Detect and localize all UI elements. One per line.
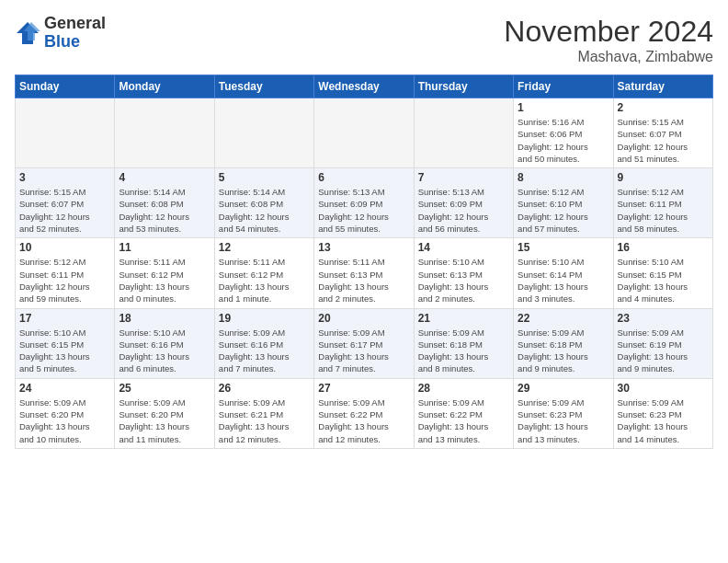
calendar-day-cell: 17Sunrise: 5:10 AMSunset: 6:15 PMDayligh…: [16, 308, 115, 378]
day-info: Sunrise: 5:10 AMSunset: 6:14 PMDaylight:…: [518, 256, 609, 304]
calendar-day-cell: 7Sunrise: 5:13 AMSunset: 6:09 PMDaylight…: [414, 168, 513, 238]
day-info: Sunrise: 5:11 AMSunset: 6:12 PMDaylight:…: [119, 256, 210, 304]
calendar-day-cell: [414, 98, 513, 168]
day-info: Sunrise: 5:09 AMSunset: 6:22 PMDaylight:…: [318, 396, 409, 445]
day-info: Sunrise: 5:11 AMSunset: 6:12 PMDaylight:…: [219, 256, 310, 304]
day-number: 30: [618, 382, 709, 395]
day-number: 19: [219, 312, 310, 325]
day-number: 4: [119, 171, 210, 184]
calendar-day-cell: 30Sunrise: 5:09 AMSunset: 6:23 PMDayligh…: [613, 378, 712, 448]
calendar-day-cell: 14Sunrise: 5:10 AMSunset: 6:13 PMDayligh…: [414, 238, 513, 308]
calendar-day-cell: 1Sunrise: 5:16 AMSunset: 6:06 PMDaylight…: [514, 98, 613, 168]
calendar-week-row: 3Sunrise: 5:15 AMSunset: 6:07 PMDaylight…: [16, 168, 713, 238]
calendar-day-cell: 16Sunrise: 5:10 AMSunset: 6:15 PMDayligh…: [613, 238, 712, 308]
calendar-day-cell: 23Sunrise: 5:09 AMSunset: 6:19 PMDayligh…: [613, 308, 712, 378]
calendar-day-cell: [214, 98, 313, 168]
day-info: Sunrise: 5:09 AMSunset: 6:23 PMDaylight:…: [518, 396, 609, 445]
calendar-day-cell: 11Sunrise: 5:11 AMSunset: 6:12 PMDayligh…: [115, 238, 214, 308]
day-number: 12: [219, 241, 310, 254]
location: Mashava, Zimbabwe: [504, 49, 713, 65]
day-number: 21: [418, 312, 509, 325]
calendar-day-cell: 13Sunrise: 5:11 AMSunset: 6:13 PMDayligh…: [314, 238, 414, 308]
day-info: Sunrise: 5:11 AMSunset: 6:13 PMDaylight:…: [318, 256, 409, 304]
day-info: Sunrise: 5:13 AMSunset: 6:09 PMDaylight:…: [418, 186, 509, 235]
logo-icon: [15, 20, 40, 46]
calendar-table: SundayMondayTuesdayWednesdayThursdayFrid…: [15, 75, 713, 449]
calendar-week-row: 1Sunrise: 5:16 AMSunset: 6:06 PMDaylight…: [16, 98, 713, 168]
day-info: Sunrise: 5:13 AMSunset: 6:09 PMDaylight:…: [318, 186, 409, 235]
day-info: Sunrise: 5:09 AMSunset: 6:23 PMDaylight:…: [618, 396, 709, 445]
title-block: November 2024 Mashava, Zimbabwe: [504, 15, 713, 65]
day-info: Sunrise: 5:10 AMSunset: 6:15 PMDaylight:…: [618, 256, 709, 304]
day-number: 1: [518, 101, 609, 114]
day-info: Sunrise: 5:15 AMSunset: 6:07 PMDaylight:…: [618, 116, 709, 165]
day-info: Sunrise: 5:09 AMSunset: 6:19 PMDaylight:…: [618, 327, 709, 375]
calendar-day-cell: 9Sunrise: 5:12 AMSunset: 6:11 PMDaylight…: [613, 168, 712, 238]
day-number: 10: [19, 241, 110, 254]
calendar-week-row: 10Sunrise: 5:12 AMSunset: 6:11 PMDayligh…: [16, 238, 713, 308]
day-info: Sunrise: 5:09 AMSunset: 6:18 PMDaylight:…: [518, 327, 609, 375]
calendar-day-cell: 27Sunrise: 5:09 AMSunset: 6:22 PMDayligh…: [314, 378, 414, 448]
day-number: 3: [19, 171, 110, 184]
month-year: November 2024: [504, 15, 713, 49]
calendar-day-cell: 2Sunrise: 5:15 AMSunset: 6:07 PMDaylight…: [613, 98, 712, 168]
calendar-day-cell: 29Sunrise: 5:09 AMSunset: 6:23 PMDayligh…: [514, 378, 613, 448]
day-number: 5: [219, 171, 310, 184]
calendar-day-cell: 20Sunrise: 5:09 AMSunset: 6:17 PMDayligh…: [314, 308, 414, 378]
day-number: 9: [618, 171, 709, 184]
calendar-week-row: 24Sunrise: 5:09 AMSunset: 6:20 PMDayligh…: [16, 378, 713, 448]
calendar-day-cell: 6Sunrise: 5:13 AMSunset: 6:09 PMDaylight…: [314, 168, 414, 238]
day-info: Sunrise: 5:10 AMSunset: 6:15 PMDaylight:…: [19, 327, 110, 375]
logo-text: General Blue: [44, 15, 106, 52]
day-info: Sunrise: 5:15 AMSunset: 6:07 PMDaylight:…: [19, 186, 110, 235]
day-info: Sunrise: 5:09 AMSunset: 6:17 PMDaylight:…: [318, 327, 409, 375]
day-info: Sunrise: 5:09 AMSunset: 6:18 PMDaylight:…: [418, 327, 509, 375]
calendar-day-cell: 26Sunrise: 5:09 AMSunset: 6:21 PMDayligh…: [214, 378, 313, 448]
day-info: Sunrise: 5:12 AMSunset: 6:10 PMDaylight:…: [518, 186, 609, 235]
day-number: 8: [518, 171, 609, 184]
day-info: Sunrise: 5:14 AMSunset: 6:08 PMDaylight:…: [119, 186, 210, 235]
day-number: 24: [19, 382, 110, 395]
logo-general: General: [44, 15, 106, 33]
day-number: 11: [119, 241, 210, 254]
day-number: 6: [318, 171, 409, 184]
calendar-day-cell: 28Sunrise: 5:09 AMSunset: 6:22 PMDayligh…: [414, 378, 513, 448]
day-number: 13: [318, 241, 409, 254]
day-number: 28: [418, 382, 509, 395]
calendar-day-cell: [115, 98, 214, 168]
calendar-body: 1Sunrise: 5:16 AMSunset: 6:06 PMDaylight…: [16, 98, 713, 449]
calendar-weekday-header: Thursday: [414, 75, 513, 98]
day-info: Sunrise: 5:09 AMSunset: 6:20 PMDaylight:…: [119, 396, 210, 445]
calendar-weekday-header: Saturday: [613, 75, 712, 98]
calendar-day-cell: 4Sunrise: 5:14 AMSunset: 6:08 PMDaylight…: [115, 168, 214, 238]
calendar-day-cell: 21Sunrise: 5:09 AMSunset: 6:18 PMDayligh…: [414, 308, 513, 378]
day-info: Sunrise: 5:09 AMSunset: 6:16 PMDaylight:…: [219, 327, 310, 375]
day-number: 27: [318, 382, 409, 395]
calendar-header-row: SundayMondayTuesdayWednesdayThursdayFrid…: [16, 75, 713, 98]
day-number: 18: [119, 312, 210, 325]
calendar-day-cell: 8Sunrise: 5:12 AMSunset: 6:10 PMDaylight…: [514, 168, 613, 238]
day-info: Sunrise: 5:12 AMSunset: 6:11 PMDaylight:…: [618, 186, 709, 235]
day-info: Sunrise: 5:12 AMSunset: 6:11 PMDaylight:…: [19, 256, 110, 304]
calendar-day-cell: 15Sunrise: 5:10 AMSunset: 6:14 PMDayligh…: [514, 238, 613, 308]
calendar-weekday-header: Friday: [514, 75, 613, 98]
day-number: 25: [119, 382, 210, 395]
calendar-week-row: 17Sunrise: 5:10 AMSunset: 6:15 PMDayligh…: [16, 308, 713, 378]
day-number: 7: [418, 171, 509, 184]
calendar-day-cell: 5Sunrise: 5:14 AMSunset: 6:08 PMDaylight…: [214, 168, 313, 238]
day-number: 29: [518, 382, 609, 395]
day-info: Sunrise: 5:14 AMSunset: 6:08 PMDaylight:…: [219, 186, 310, 235]
day-info: Sunrise: 5:10 AMSunset: 6:13 PMDaylight:…: [418, 256, 509, 304]
calendar-day-cell: 19Sunrise: 5:09 AMSunset: 6:16 PMDayligh…: [214, 308, 313, 378]
day-number: 23: [618, 312, 709, 325]
calendar-day-cell: [314, 98, 414, 168]
calendar-day-cell: 3Sunrise: 5:15 AMSunset: 6:07 PMDaylight…: [16, 168, 115, 238]
calendar-weekday-header: Monday: [115, 75, 214, 98]
calendar-weekday-header: Tuesday: [214, 75, 313, 98]
day-number: 20: [318, 312, 409, 325]
calendar-day-cell: 12Sunrise: 5:11 AMSunset: 6:12 PMDayligh…: [214, 238, 313, 308]
day-info: Sunrise: 5:10 AMSunset: 6:16 PMDaylight:…: [119, 327, 210, 375]
day-number: 17: [19, 312, 110, 325]
calendar-weekday-header: Wednesday: [314, 75, 414, 98]
day-info: Sunrise: 5:09 AMSunset: 6:20 PMDaylight:…: [19, 396, 110, 445]
